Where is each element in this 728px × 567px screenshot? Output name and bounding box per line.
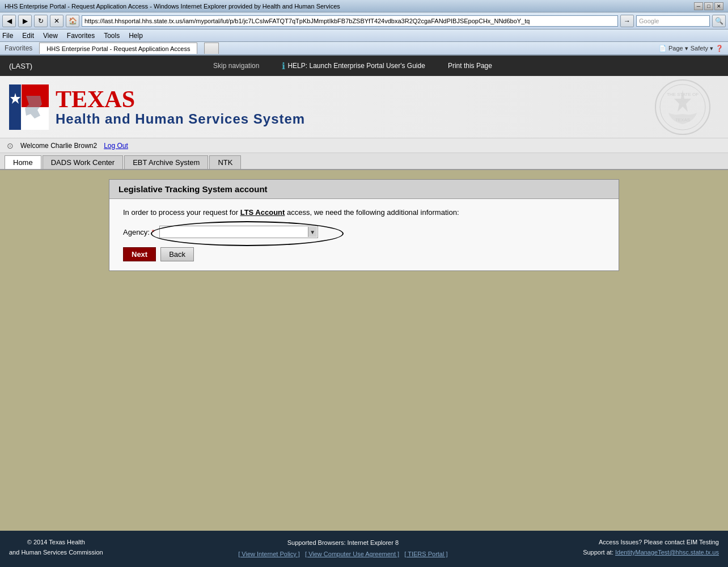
tab-ebt[interactable]: EBT Archive System — [124, 155, 208, 169]
content-box-body: In order to process your request for LTS… — [109, 199, 619, 270]
forward-nav-button[interactable]: ▶ — [18, 15, 32, 27]
svg-point-6 — [655, 80, 710, 134]
help-tool-button[interactable]: ❓ — [716, 45, 723, 52]
texas-flag-icon — [9, 84, 49, 130]
top-nav-center: Skip navigation ℹ HELP: Launch Enterpris… — [77, 61, 628, 71]
browser-tab-active[interactable]: HHS Enterprise Portal - Request Applicat… — [39, 43, 197, 54]
content-box-header: Legislative Tracking System account — [109, 180, 619, 199]
agency-select[interactable] — [159, 226, 318, 238]
tab-ntk[interactable]: NTK — [209, 155, 241, 169]
lts-account-link[interactable]: LTS Account — [240, 208, 285, 217]
tab-home[interactable]: Home — [5, 155, 41, 169]
section-title: Legislative Tracking System account — [118, 184, 610, 194]
footer-policy-link[interactable]: [ View Internet Policy ] — [238, 551, 300, 557]
search-placeholder: Google — [639, 18, 659, 24]
search-box[interactable]: Google — [636, 15, 710, 27]
footer-email-link[interactable]: IdentityManageTest@hhsc.state.tx.us — [615, 549, 719, 556]
footer-left-line1: © 2014 Texas Health — [9, 538, 103, 548]
footer-left-line2: and Human Services Commission — [9, 548, 103, 558]
help-icon: ℹ — [282, 61, 285, 71]
header-logo-area: TEXAS Health and Human Services System — [0, 80, 314, 134]
tab-home-label: Home — [13, 158, 33, 167]
footer-links: [ View Internet Policy ] [ View Computer… — [238, 549, 447, 560]
browser-tab-empty[interactable] — [204, 43, 219, 54]
header-text-area: TEXAS Health and Human Services System — [56, 87, 305, 127]
go-button[interactable]: → — [620, 15, 634, 27]
footer: © 2014 Texas Health and Human Services C… — [0, 531, 728, 567]
page-tool-button[interactable]: 📄 Page ▾ — [659, 45, 688, 52]
welcome-text: Welcome Charlie Brown2 — [20, 142, 97, 150]
next-button[interactable]: Next — [123, 247, 156, 261]
print-link[interactable]: Print this Page — [448, 62, 492, 70]
header-banner: TEXAS Health and Human Services System T… — [0, 76, 728, 138]
tab-dads-label: DADS Work Center — [51, 158, 115, 167]
tab-tools: 📄 Page ▾ Safety ▾ ❓ — [659, 45, 723, 52]
browser-tab-label: HHS Enterprise Portal - Request Applicat… — [46, 45, 190, 52]
svg-rect-1 — [9, 84, 22, 130]
tab-dads[interactable]: DADS Work Center — [43, 155, 123, 169]
footer-computer-use-link[interactable]: [ View Computer Use Agreement ] — [305, 551, 399, 557]
main-content: Legislative Tracking System account In o… — [0, 170, 728, 454]
agency-form-row: Agency: * ▼ — [123, 226, 605, 238]
browser-toolbar: ◀ ▶ ↻ ✕ 🏠 https://last.hhsportal.hhs.sta… — [0, 12, 728, 29]
texas-title: TEXAS — [56, 87, 305, 111]
top-nav-user-code: (LAST) — [9, 62, 77, 70]
help-link[interactable]: ℹ HELP: Launch Enterprise Portal User's … — [282, 61, 425, 71]
browser-title-text: HHS Enterprise Portal - Request Applicat… — [5, 3, 694, 10]
browser-title-bar: HHS Enterprise Portal - Request Applicat… — [0, 0, 728, 12]
user-code-text: (LAST) — [9, 62, 32, 70]
user-nav-bar: ⊙ Welcome Charlie Brown2 Log Out — [0, 138, 728, 153]
agency-select-wrapper: ▼ — [159, 226, 318, 238]
hhs-subtitle: Health and Human Services System — [56, 111, 305, 127]
favorites-label: Favorites — [5, 44, 32, 52]
tab-ebt-label: EBT Archive System — [133, 158, 200, 167]
menu-file[interactable]: File — [2, 32, 13, 40]
info-text-prefix: In order to process your request for — [123, 208, 240, 217]
address-bar[interactable]: https://last.hhsportal.hhs.state.tx.us/i… — [82, 15, 618, 27]
menu-bar: File Edit View Favorites Tools Help — [0, 29, 728, 42]
help-link-text: HELP: Launch Enterprise Portal User's Gu… — [287, 62, 425, 70]
skip-nav-link[interactable]: Skip navigation — [213, 62, 259, 70]
footer-tiers-link[interactable]: [ TIERS Portal ] — [404, 551, 447, 557]
info-text: In order to process your request for LTS… — [123, 208, 605, 217]
info-text-suffix: access, we need the following additional… — [285, 208, 459, 217]
restore-button[interactable]: □ — [704, 2, 713, 10]
menu-help[interactable]: Help — [129, 32, 143, 40]
user-icon: ⊙ — [7, 141, 14, 150]
tab-nav: Home DADS Work Center EBT Archive System… — [0, 153, 728, 170]
state-seal: THE STATE OF TEXAS — [654, 79, 711, 136]
footer-right-line1: Access Issues? Please contact EIM Testin… — [583, 538, 719, 548]
menu-edit[interactable]: Edit — [22, 32, 34, 40]
agency-label: Agency: * — [123, 228, 155, 236]
agency-label-text: Agency: — [123, 228, 150, 236]
menu-tools[interactable]: Tools — [104, 32, 120, 40]
menu-view[interactable]: View — [43, 32, 58, 40]
footer-browser-text: Supported Browsers: Internet Explorer 8 — [238, 538, 447, 549]
content-box: Legislative Tracking System account In o… — [109, 179, 619, 271]
footer-right-line2: Support at: IdentityManageTest@hhsc.stat… — [583, 548, 719, 558]
footer-left: © 2014 Texas Health and Human Services C… — [9, 538, 103, 557]
close-button[interactable]: ✕ — [714, 2, 723, 10]
stop-button[interactable]: ✕ — [50, 15, 64, 27]
menu-favorites[interactable]: Favorites — [67, 32, 95, 40]
safety-tool-button[interactable]: Safety ▾ — [691, 45, 713, 52]
button-row: Next Back — [123, 247, 605, 261]
tab-ntk-label: NTK — [218, 158, 232, 167]
search-go-button[interactable]: 🔍 — [712, 15, 726, 27]
favorites-bar: Favorites HHS Enterprise Portal - Reques… — [0, 42, 728, 56]
logout-link[interactable]: Log Out — [104, 142, 128, 150]
footer-center: Supported Browsers: Internet Explorer 8 … — [238, 538, 447, 560]
browser-title-controls: ─ □ ✕ — [694, 2, 723, 10]
refresh-button[interactable]: ↻ — [34, 15, 48, 27]
address-text: https://last.hhsportal.hhs.state.tx.us/i… — [84, 18, 615, 24]
back-button[interactable]: Back — [160, 247, 194, 261]
footer-right: Access Issues? Please contact EIM Testin… — [583, 538, 719, 557]
home-nav-button[interactable]: 🏠 — [66, 15, 79, 27]
required-marker: * — [152, 228, 155, 236]
minimize-button[interactable]: ─ — [694, 2, 703, 10]
top-nav-bar: (LAST) Skip navigation ℹ HELP: Launch En… — [0, 56, 728, 76]
back-nav-button[interactable]: ◀ — [2, 15, 16, 27]
